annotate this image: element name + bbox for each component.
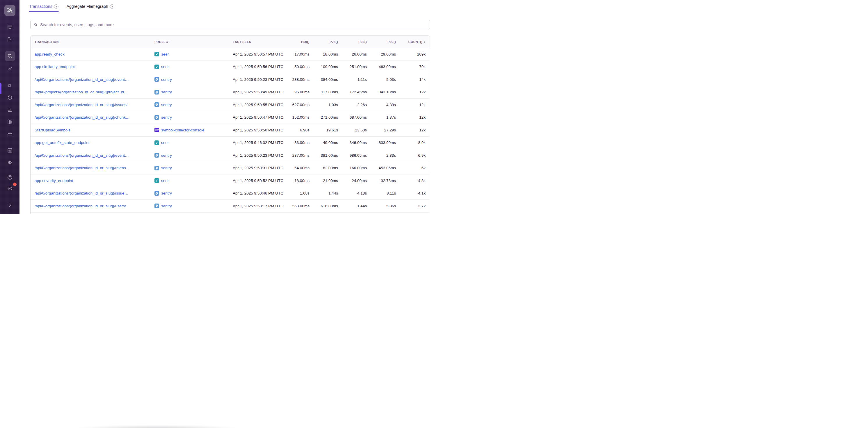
project-link[interactable]: seer <box>161 178 169 183</box>
p95-cell: 23.53s <box>338 124 367 136</box>
p75-cell: 384.00ms <box>310 73 338 86</box>
p99-cell: 1.37s <box>367 111 396 124</box>
sidebar-item-traces[interactable] <box>5 64 15 73</box>
column-header-p75[interactable]: P75() <box>310 36 338 48</box>
last-seen-cell: Apr 1, 2025 9:50:50 PM UTC <box>229 124 287 136</box>
sidebar-item-stats[interactable] <box>5 146 15 155</box>
p50-cell: 563.00ms <box>287 200 310 212</box>
settings-icon <box>7 159 13 166</box>
table-row: /api/0/organizations/{organization_id_or… <box>31 111 430 124</box>
project-link[interactable]: sentry <box>161 204 172 208</box>
p50-cell: 18.00ms <box>287 174 310 187</box>
count-cell: 12k <box>396 86 430 99</box>
releases-icon <box>7 131 13 137</box>
sidebar-item-whats-new[interactable] <box>5 184 15 193</box>
last-seen-cell: Apr 1, 2025 9:50:56 PM UTC <box>229 61 287 73</box>
project-link[interactable]: sentry <box>161 77 172 82</box>
sidebar <box>0 0 20 214</box>
project-link[interactable]: seer <box>161 140 169 145</box>
p50-cell: 50.00ms <box>287 61 310 73</box>
column-header-p99[interactable]: P99() <box>367 36 396 48</box>
transaction-link[interactable]: app.get_autofix_state_endpoint <box>35 140 89 145</box>
replays-icon <box>7 94 13 101</box>
p50-cell: 95.00ms <box>287 86 310 99</box>
project-link[interactable]: seer <box>161 52 169 57</box>
table-row: /api/0/organizations/{organization_id_or… <box>31 187 430 200</box>
p50-cell: 33.00ms <box>287 137 310 149</box>
column-header-project[interactable]: PROJECT <box>150 36 229 48</box>
feedback-icon <box>7 82 13 88</box>
column-header-count[interactable]: COUNT()↓ <box>396 36 430 48</box>
transaction-link[interactable]: /api/0/organizations/{organization_id_or… <box>35 153 129 158</box>
last-seen-cell: Apr 1, 2025 9:50:31 PM UTC <box>229 162 287 174</box>
sidebar-item-releases[interactable] <box>5 129 15 139</box>
transaction-link[interactable]: /api/0/projects/{organization_id_or_slug… <box>35 90 128 94</box>
p50-cell: 1.08s <box>287 187 310 200</box>
sidebar-item-collapse[interactable] <box>5 201 15 210</box>
project-avatar-icon <box>154 90 159 95</box>
transaction-link[interactable]: /api/0/organizations/{organization_id_or… <box>35 166 130 170</box>
p95-cell: 166.00ms <box>338 162 367 174</box>
project-link[interactable]: sentry <box>161 90 172 94</box>
last-seen-cell: Apr 1, 2025 9:50:17 PM UTC <box>229 200 287 212</box>
tab-label: Aggregate Flamegraph <box>67 4 108 9</box>
help-circle-icon[interactable]: ? <box>54 4 59 9</box>
transaction-link[interactable]: /api/0/organizations/{organization_id_or… <box>35 103 127 107</box>
sidebar-item-help[interactable] <box>5 173 15 182</box>
sidebar-item-replays[interactable] <box>5 93 15 102</box>
count-cell: 8.9k <box>396 137 430 149</box>
dotnet-icon-label: .NET <box>155 129 158 131</box>
project-link[interactable]: sentry <box>161 191 172 195</box>
column-header-p50[interactable]: P50() <box>287 36 310 48</box>
project-link[interactable]: sentry <box>161 166 172 170</box>
p75-cell: 19.61s <box>310 124 338 136</box>
search-input[interactable] <box>40 22 427 27</box>
transaction-link[interactable]: StartUploadSymbols <box>35 128 70 132</box>
transaction-link[interactable]: /api/0/organizations/{organization_id_or… <box>35 191 128 195</box>
last-seen-cell: Apr 1, 2025 9:50:52 PM UTC <box>229 174 287 187</box>
p75-cell: 616.00ms <box>310 200 338 212</box>
transaction-link[interactable]: /api/0/organizations/{organization_id_or… <box>35 77 129 82</box>
column-header-p95[interactable]: P95() <box>338 36 367 48</box>
tab-transactions[interactable]: Transactions ? <box>29 3 59 12</box>
project-link[interactable]: seer <box>161 65 169 69</box>
search-bar[interactable] <box>30 20 430 29</box>
tab-aggregate-flamegraph[interactable]: Aggregate Flamegraph ? <box>66 3 115 12</box>
count-cell: 12k <box>396 124 430 136</box>
table-row: app.ready_check seer Apr 1, 2025 9:50:57… <box>31 48 430 61</box>
sidebar-item-issues[interactable] <box>5 22 15 32</box>
sidebar-item-dashboards[interactable] <box>5 117 15 127</box>
table-row: app.similarity_endpoint seer Apr 1, 2025… <box>31 61 430 73</box>
transaction-link[interactable]: /api/0/organizations/{organization_id_or… <box>35 115 129 120</box>
p50-cell: 6.90s <box>287 124 310 136</box>
sidebar-item-alerts[interactable] <box>5 105 15 114</box>
p95-cell: 251.00ms <box>338 61 367 73</box>
table-row: app.severity_endpoint seer Apr 1, 2025 9… <box>31 174 430 187</box>
p75-cell: 1.03s <box>310 99 338 111</box>
transaction-link[interactable]: app.ready_check <box>35 52 65 57</box>
sidebar-item-feedback[interactable] <box>5 80 15 90</box>
sidebar-item-explore[interactable] <box>5 35 15 44</box>
p99-cell: 5.36s <box>367 200 396 212</box>
column-header-last-seen[interactable]: LAST SEEN <box>229 36 287 48</box>
project-link[interactable]: symbol-collector-console <box>161 128 205 132</box>
p50-cell: 627.00ms <box>287 99 310 111</box>
project-link[interactable]: sentry <box>161 103 172 107</box>
transaction-link[interactable]: app.severity_endpoint <box>35 178 73 183</box>
project-link[interactable]: sentry <box>161 153 172 158</box>
transaction-link[interactable]: /api/0/organizations/{organization_id_or… <box>35 204 126 208</box>
help-circle-icon[interactable]: ? <box>110 4 114 9</box>
transactions-table: TRANSACTIONPROJECTLAST SEENP50()P75()P95… <box>30 35 430 214</box>
whats-new-icon <box>7 185 13 192</box>
alerts-icon <box>7 106 13 113</box>
sidebar-item-settings[interactable] <box>5 158 15 167</box>
count-cell: 6.9k <box>396 149 430 162</box>
project-avatar-icon <box>154 115 159 120</box>
project-link[interactable]: sentry <box>161 115 172 120</box>
p50-cell: 238.00ms <box>287 73 310 86</box>
column-header-transaction[interactable]: TRANSACTION <box>31 36 150 48</box>
issues-icon <box>7 24 13 30</box>
sidebar-item-search[interactable] <box>5 51 15 61</box>
transaction-link[interactable]: app.similarity_endpoint <box>35 65 75 69</box>
sentry-logo[interactable] <box>4 5 16 16</box>
